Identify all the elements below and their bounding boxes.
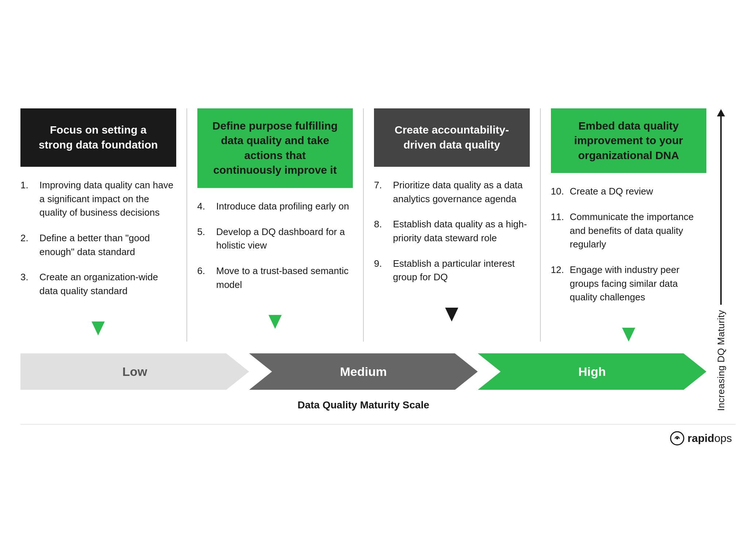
- item-num: 3.: [20, 270, 34, 284]
- col4-header-text: Embed data quality improvement to your o…: [563, 119, 695, 163]
- item-text: Prioritize data quality as a data analyt…: [393, 178, 530, 206]
- rapidops-logo: rapidops: [670, 431, 732, 446]
- col-divider: [540, 108, 541, 342]
- list-item: 3. Create an organization-wide data qual…: [20, 270, 176, 298]
- item-num: 8.: [374, 218, 388, 231]
- col3-header: Create accountability-driven data qualit…: [374, 108, 530, 167]
- scale-high: High: [478, 353, 706, 390]
- item-text: Communicate the importance and benefits …: [570, 210, 707, 251]
- col-divider: [363, 108, 364, 342]
- column-1: Focus on setting a strong data foundatio…: [20, 108, 183, 342]
- main-container: Focus on setting a strong data foundatio…: [20, 108, 736, 446]
- scale-medium: Medium: [249, 353, 478, 390]
- list-item: 9. Establish a particular interest group…: [374, 257, 530, 284]
- bottom-divider: [20, 424, 736, 424]
- item-num: 11.: [551, 210, 565, 224]
- item-num: 9.: [374, 257, 388, 271]
- item-text: Create a DQ review: [570, 185, 653, 199]
- list-item: 12. Engage with industry peer groups fac…: [551, 263, 707, 304]
- item-text: Introduce data profiling early on: [216, 200, 349, 213]
- column-3: Create accountability-driven data qualit…: [367, 108, 536, 342]
- col3-header-text: Create accountability-driven data qualit…: [386, 123, 518, 152]
- scale-section: Low Medium High Data Quality Maturity Sc…: [20, 353, 706, 411]
- logo-light: ops: [714, 432, 732, 444]
- logo-area: rapidops: [20, 431, 736, 446]
- col1-list: 1. Improving data quality can have a sig…: [20, 178, 176, 298]
- list-item: 6. Move to a trust-based semantic model: [197, 264, 353, 292]
- col4-list: 10. Create a DQ review 11. Communicate t…: [551, 185, 707, 304]
- item-num: 2.: [20, 231, 34, 245]
- list-item: 8. Establish data quality as a high-prio…: [374, 218, 530, 245]
- logo-text: rapidops: [687, 432, 732, 445]
- scale-medium-label: Medium: [340, 365, 387, 379]
- arrow-down-icon: [622, 328, 635, 342]
- scale-title: Data Quality Maturity Scale: [297, 399, 429, 411]
- list-item: 11. Communicate the importance and benef…: [551, 210, 707, 251]
- svg-point-1: [676, 437, 678, 439]
- list-item: 4. Introduce data profiling early on: [197, 200, 353, 213]
- col-divider: [186, 108, 187, 342]
- scale-arrows: Low Medium High: [20, 353, 706, 390]
- list-item: 7. Prioritize data quality as a data ana…: [374, 178, 530, 206]
- item-text: Establish a particular interest group fo…: [393, 257, 530, 284]
- item-num: 4.: [197, 200, 211, 213]
- arrow-down-icon: [269, 315, 282, 329]
- item-text: Establish data quality as a high-priorit…: [393, 218, 530, 245]
- item-num: 5.: [197, 225, 211, 239]
- arrow-down-icon: [92, 322, 105, 335]
- item-num: 1.: [20, 178, 34, 192]
- col2-list: 4. Introduce data profiling early on 5. …: [197, 200, 353, 292]
- col2-header-text: Define purpose fulfilling data quality a…: [209, 119, 342, 178]
- col4-header: Embed data quality improvement to your o…: [551, 108, 707, 173]
- scale-low-label: Low: [122, 365, 147, 379]
- item-text: Develop a DQ dashboard for a holistic vi…: [216, 225, 353, 253]
- item-text: Improving data quality can have a signif…: [39, 178, 176, 220]
- vertical-arrow-line: [720, 116, 722, 305]
- item-text: Move to a trust-based semantic model: [216, 264, 353, 292]
- scale-low: Low: [20, 353, 249, 390]
- vertical-arrow: Increasing DQ Maturity: [706, 108, 736, 411]
- col1-header-text: Focus on setting a strong data foundatio…: [32, 123, 165, 152]
- item-num: 7.: [374, 178, 388, 192]
- col3-list: 7. Prioritize data quality as a data ana…: [374, 178, 530, 284]
- logo-bold: rapid: [687, 432, 714, 444]
- item-num: 12.: [551, 263, 565, 277]
- list-item: 1. Improving data quality can have a sig…: [20, 178, 176, 220]
- col2-header: Define purpose fulfilling data quality a…: [197, 108, 353, 188]
- item-num: 6.: [197, 264, 211, 278]
- col1-arrow: [20, 310, 176, 335]
- item-text: Create an organization-wide data quality…: [39, 270, 176, 298]
- column-4: Embed data quality improvement to your o…: [544, 108, 707, 342]
- columns-section: Focus on setting a strong data foundatio…: [20, 108, 706, 342]
- list-item: 10. Create a DQ review: [551, 185, 707, 199]
- vertical-arrow-label: Increasing DQ Maturity: [716, 310, 727, 411]
- col4-arrow: [551, 316, 707, 342]
- col3-arrow: [374, 296, 530, 322]
- item-num: 10.: [551, 185, 565, 199]
- list-item: 2. Define a better than "good enough" da…: [20, 231, 176, 259]
- arrow-down-icon: [445, 308, 458, 322]
- column-2: Define purpose fulfilling data quality a…: [191, 108, 360, 342]
- list-item: 5. Develop a DQ dashboard for a holistic…: [197, 225, 353, 253]
- item-text: Engage with industry peer groups facing …: [570, 263, 707, 304]
- item-text: Define a better than "good enough" data …: [39, 231, 176, 259]
- col1-header: Focus on setting a strong data foundatio…: [20, 108, 176, 167]
- logo-icon: [670, 431, 684, 446]
- scale-high-label: High: [578, 365, 606, 379]
- col2-arrow: [197, 303, 353, 329]
